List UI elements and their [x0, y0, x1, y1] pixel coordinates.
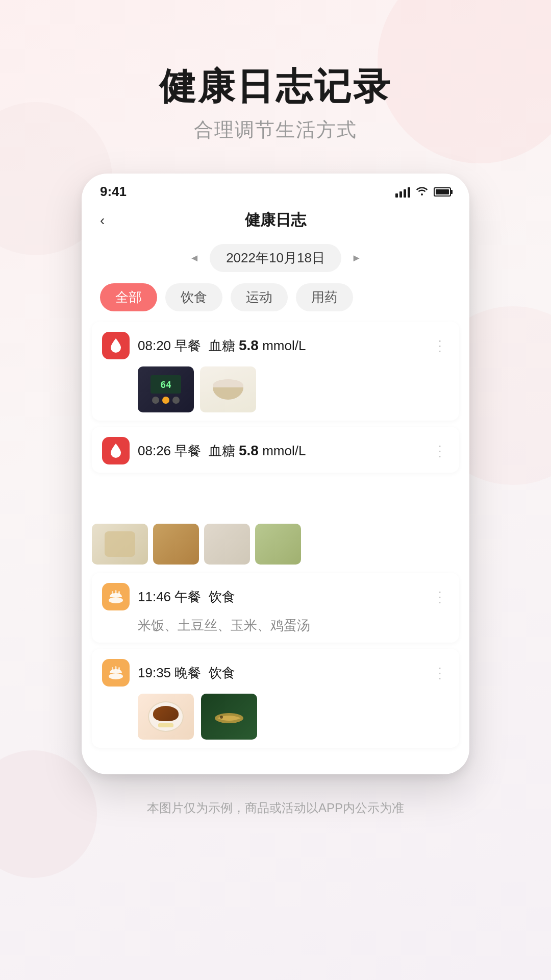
entry-4-time: 19:35 晚餐: [138, 665, 209, 680]
signal-icon: [395, 186, 410, 198]
svg-rect-3: [118, 591, 120, 595]
wifi-icon: [415, 185, 429, 199]
nav-bar: ‹ 健康日志: [82, 205, 469, 239]
date-picker: ◄ 2022年10月18日 ►: [82, 239, 469, 281]
entry-4-images: [102, 694, 449, 740]
filter-tab-all[interactable]: 全部: [100, 283, 157, 311]
entry-4-icon: [102, 659, 130, 687]
battery-icon: [434, 187, 451, 197]
lunch-img-1[interactable]: [92, 524, 148, 565]
entry-1-images: 64: [102, 366, 449, 412]
phone-screen: 9:41: [82, 174, 469, 774]
hero-title: 健康日志记录: [159, 66, 392, 107]
entry-3-more-button[interactable]: ⋮: [431, 589, 449, 605]
entry-3-food-text: 米饭、土豆丝、玉米、鸡蛋汤: [102, 617, 449, 634]
entry-2-time: 08:26 早餐: [138, 443, 209, 458]
hero-section: 健康日志记录 合理调节生活方式: [159, 66, 392, 143]
filter-tabs: 全部 饮食 运动 用药: [82, 281, 469, 322]
entry-4: 19:35 晚餐 饮食 ⋮: [92, 649, 459, 748]
entry-1-img-glucometer[interactable]: 64: [138, 366, 194, 412]
entry-1-unit: mmol/L: [259, 338, 306, 353]
lunch-img-3[interactable]: [204, 524, 250, 565]
lunch-img-4[interactable]: [255, 524, 301, 565]
journal-list: 08:20 早餐 血糖 5.8 mmol/L ⋮ 64: [82, 322, 469, 748]
prev-date-button[interactable]: ◄: [189, 252, 199, 264]
entry-1-info: 08:20 早餐 血糖 5.8 mmol/L: [138, 337, 422, 355]
status-icons: [395, 185, 451, 199]
lunch-img-2[interactable]: [153, 524, 199, 565]
bg-decoration-1: [378, 0, 551, 163]
status-time: 9:41: [100, 184, 127, 200]
entry-4-label: 饮食: [209, 665, 235, 680]
svg-rect-2: [115, 590, 117, 594]
entry-3-time: 11:46 午餐: [138, 589, 209, 604]
disclaimer-text: 本图片仅为示例，商品或活动以APP内公示为准: [147, 800, 404, 847]
svg-point-4: [109, 673, 123, 679]
entry-1-value: 5.8: [239, 337, 259, 353]
filter-tab-exercise[interactable]: 运动: [231, 283, 288, 311]
entry-1-time: 08:20 早餐: [138, 338, 209, 353]
svg-rect-5: [112, 667, 113, 671]
hero-subtitle: 合理调节生活方式: [159, 117, 392, 143]
nav-title: 健康日志: [245, 210, 306, 231]
entry-2-more-button[interactable]: ⋮: [431, 443, 449, 459]
entry-1: 08:20 早餐 血糖 5.8 mmol/L ⋮ 64: [92, 322, 459, 421]
svg-point-0: [109, 597, 123, 603]
entry-4-info: 19:35 晚餐 饮食: [138, 664, 422, 682]
svg-rect-7: [118, 667, 120, 671]
back-button[interactable]: ‹: [100, 212, 105, 229]
entry-1-header: 08:20 早餐 血糖 5.8 mmol/L ⋮: [102, 332, 449, 359]
entry-1-more-button[interactable]: ⋮: [431, 337, 449, 354]
entry-2-value: 5.8: [239, 443, 259, 458]
entry-3-info: 11:46 午餐 饮食: [138, 588, 422, 606]
entry-3-icon: [102, 583, 130, 610]
next-date-button[interactable]: ►: [352, 252, 362, 264]
entry-3: 11:46 午餐 饮食 ⋮ 米饭、土豆丝、玉米、鸡蛋汤: [92, 573, 459, 643]
entry-2-unit: mmol/L: [259, 443, 306, 458]
entry-3-header: 11:46 午餐 饮食 ⋮: [102, 583, 449, 610]
filter-tab-diet[interactable]: 饮食: [165, 283, 222, 311]
entry-1-label: 血糖: [209, 338, 239, 353]
svg-rect-1: [112, 591, 113, 595]
entry-1-icon: [102, 332, 130, 359]
lunch-images-partial: [92, 524, 459, 571]
entry-4-img-steak[interactable]: [138, 694, 194, 740]
entry-2-icon: [102, 437, 130, 464]
entry-2: 08:26 早餐 血糖 5.8 mmol/L ⋮: [92, 427, 459, 473]
svg-point-9: [220, 716, 223, 719]
entry-4-header: 19:35 晚餐 饮食 ⋮: [102, 659, 449, 687]
svg-rect-6: [115, 666, 117, 670]
filter-tab-medicine[interactable]: 用药: [296, 283, 353, 311]
entry-4-img-fish[interactable]: [201, 694, 257, 740]
entry-2-label: 血糖: [209, 443, 239, 458]
entry-1-img-porridge[interactable]: [200, 366, 256, 412]
entry-3-label: 饮食: [209, 589, 235, 604]
tooltip-container: 08:20 早餐 血糖 5.8 mmol/L ⋮: [92, 524, 459, 571]
entry-4-more-button[interactable]: ⋮: [431, 665, 449, 681]
entry-2-info: 08:26 早餐 血糖 5.8 mmol/L: [138, 442, 422, 460]
current-date[interactable]: 2022年10月18日: [210, 244, 341, 272]
entry-2-header: 08:26 早餐 血糖 5.8 mmol/L ⋮: [102, 437, 449, 464]
phone-mockup: 9:41: [82, 174, 469, 774]
status-bar: 9:41: [82, 174, 469, 205]
